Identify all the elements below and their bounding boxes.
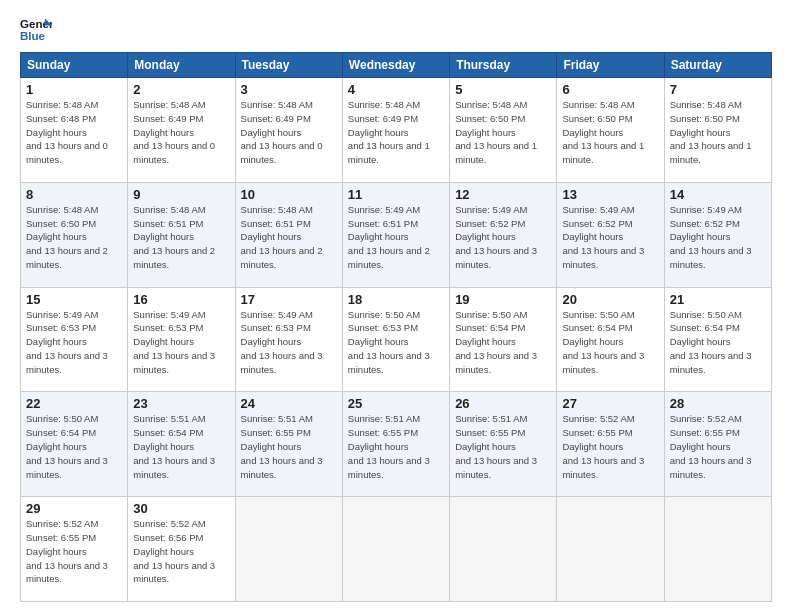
day-detail: Sunrise: 5:48 AMSunset: 6:49 PMDaylight …	[241, 99, 323, 165]
day-detail: Sunrise: 5:48 AMSunset: 6:49 PMDaylight …	[133, 99, 215, 165]
day-number: 18	[348, 292, 444, 307]
calendar-week-3: 15 Sunrise: 5:49 AMSunset: 6:53 PMDaylig…	[21, 287, 772, 392]
day-number: 20	[562, 292, 658, 307]
day-detail: Sunrise: 5:51 AMSunset: 6:54 PMDaylight …	[133, 413, 215, 479]
calendar-week-5: 29 Sunrise: 5:52 AMSunset: 6:55 PMDaylig…	[21, 497, 772, 602]
day-detail: Sunrise: 5:49 AMSunset: 6:52 PMDaylight …	[670, 204, 752, 270]
calendar-week-4: 22 Sunrise: 5:50 AMSunset: 6:54 PMDaylig…	[21, 392, 772, 497]
header-sunday: Sunday	[21, 53, 128, 78]
calendar-cell	[235, 497, 342, 602]
calendar-cell: 13 Sunrise: 5:49 AMSunset: 6:52 PMDaylig…	[557, 182, 664, 287]
day-detail: Sunrise: 5:49 AMSunset: 6:53 PMDaylight …	[133, 309, 215, 375]
day-number: 24	[241, 396, 337, 411]
day-detail: Sunrise: 5:48 AMSunset: 6:50 PMDaylight …	[26, 204, 108, 270]
day-detail: Sunrise: 5:52 AMSunset: 6:55 PMDaylight …	[562, 413, 644, 479]
calendar-cell: 25 Sunrise: 5:51 AMSunset: 6:55 PMDaylig…	[342, 392, 449, 497]
calendar-cell: 14 Sunrise: 5:49 AMSunset: 6:52 PMDaylig…	[664, 182, 771, 287]
calendar-cell: 23 Sunrise: 5:51 AMSunset: 6:54 PMDaylig…	[128, 392, 235, 497]
day-number: 1	[26, 82, 122, 97]
day-number: 9	[133, 187, 229, 202]
day-detail: Sunrise: 5:50 AMSunset: 6:54 PMDaylight …	[455, 309, 537, 375]
calendar-cell: 3 Sunrise: 5:48 AMSunset: 6:49 PMDayligh…	[235, 78, 342, 183]
page-header: General Blue	[20, 16, 772, 44]
day-detail: Sunrise: 5:48 AMSunset: 6:50 PMDaylight …	[562, 99, 644, 165]
day-number: 4	[348, 82, 444, 97]
day-detail: Sunrise: 5:49 AMSunset: 6:53 PMDaylight …	[241, 309, 323, 375]
day-detail: Sunrise: 5:49 AMSunset: 6:52 PMDaylight …	[455, 204, 537, 270]
day-detail: Sunrise: 5:52 AMSunset: 6:55 PMDaylight …	[670, 413, 752, 479]
calendar-cell: 18 Sunrise: 5:50 AMSunset: 6:53 PMDaylig…	[342, 287, 449, 392]
day-number: 23	[133, 396, 229, 411]
calendar-cell: 30 Sunrise: 5:52 AMSunset: 6:56 PMDaylig…	[128, 497, 235, 602]
day-detail: Sunrise: 5:48 AMSunset: 6:49 PMDaylight …	[348, 99, 430, 165]
calendar-cell: 15 Sunrise: 5:49 AMSunset: 6:53 PMDaylig…	[21, 287, 128, 392]
logo-icon: General Blue	[20, 16, 52, 44]
day-number: 22	[26, 396, 122, 411]
day-detail: Sunrise: 5:50 AMSunset: 6:54 PMDaylight …	[26, 413, 108, 479]
day-detail: Sunrise: 5:51 AMSunset: 6:55 PMDaylight …	[455, 413, 537, 479]
calendar-cell: 10 Sunrise: 5:48 AMSunset: 6:51 PMDaylig…	[235, 182, 342, 287]
header-wednesday: Wednesday	[342, 53, 449, 78]
calendar-cell	[664, 497, 771, 602]
logo: General Blue	[20, 16, 52, 44]
day-number: 7	[670, 82, 766, 97]
day-number: 11	[348, 187, 444, 202]
day-number: 14	[670, 187, 766, 202]
header-tuesday: Tuesday	[235, 53, 342, 78]
day-number: 25	[348, 396, 444, 411]
header-friday: Friday	[557, 53, 664, 78]
calendar-cell: 4 Sunrise: 5:48 AMSunset: 6:49 PMDayligh…	[342, 78, 449, 183]
day-number: 30	[133, 501, 229, 516]
calendar-cell: 7 Sunrise: 5:48 AMSunset: 6:50 PMDayligh…	[664, 78, 771, 183]
header-saturday: Saturday	[664, 53, 771, 78]
calendar-cell: 27 Sunrise: 5:52 AMSunset: 6:55 PMDaylig…	[557, 392, 664, 497]
day-detail: Sunrise: 5:50 AMSunset: 6:54 PMDaylight …	[562, 309, 644, 375]
day-number: 10	[241, 187, 337, 202]
day-detail: Sunrise: 5:49 AMSunset: 6:51 PMDaylight …	[348, 204, 430, 270]
day-detail: Sunrise: 5:50 AMSunset: 6:54 PMDaylight …	[670, 309, 752, 375]
calendar-body: 1 Sunrise: 5:48 AMSunset: 6:48 PMDayligh…	[21, 78, 772, 602]
day-detail: Sunrise: 5:48 AMSunset: 6:51 PMDaylight …	[133, 204, 215, 270]
day-detail: Sunrise: 5:52 AMSunset: 6:56 PMDaylight …	[133, 518, 215, 584]
day-number: 3	[241, 82, 337, 97]
day-detail: Sunrise: 5:52 AMSunset: 6:55 PMDaylight …	[26, 518, 108, 584]
calendar-cell	[557, 497, 664, 602]
calendar-cell: 11 Sunrise: 5:49 AMSunset: 6:51 PMDaylig…	[342, 182, 449, 287]
day-detail: Sunrise: 5:48 AMSunset: 6:50 PMDaylight …	[455, 99, 537, 165]
day-detail: Sunrise: 5:49 AMSunset: 6:52 PMDaylight …	[562, 204, 644, 270]
day-detail: Sunrise: 5:48 AMSunset: 6:50 PMDaylight …	[670, 99, 752, 165]
day-number: 17	[241, 292, 337, 307]
day-number: 28	[670, 396, 766, 411]
day-number: 21	[670, 292, 766, 307]
calendar-cell: 20 Sunrise: 5:50 AMSunset: 6:54 PMDaylig…	[557, 287, 664, 392]
calendar-cell: 9 Sunrise: 5:48 AMSunset: 6:51 PMDayligh…	[128, 182, 235, 287]
day-number: 29	[26, 501, 122, 516]
calendar-cell: 24 Sunrise: 5:51 AMSunset: 6:55 PMDaylig…	[235, 392, 342, 497]
svg-text:Blue: Blue	[20, 30, 46, 42]
calendar-cell: 21 Sunrise: 5:50 AMSunset: 6:54 PMDaylig…	[664, 287, 771, 392]
day-number: 16	[133, 292, 229, 307]
day-number: 8	[26, 187, 122, 202]
day-detail: Sunrise: 5:49 AMSunset: 6:53 PMDaylight …	[26, 309, 108, 375]
calendar-table: SundayMondayTuesdayWednesdayThursdayFrid…	[20, 52, 772, 602]
day-detail: Sunrise: 5:51 AMSunset: 6:55 PMDaylight …	[241, 413, 323, 479]
calendar-cell: 16 Sunrise: 5:49 AMSunset: 6:53 PMDaylig…	[128, 287, 235, 392]
day-number: 2	[133, 82, 229, 97]
calendar-cell: 22 Sunrise: 5:50 AMSunset: 6:54 PMDaylig…	[21, 392, 128, 497]
day-number: 5	[455, 82, 551, 97]
calendar-cell: 8 Sunrise: 5:48 AMSunset: 6:50 PMDayligh…	[21, 182, 128, 287]
calendar-cell: 17 Sunrise: 5:49 AMSunset: 6:53 PMDaylig…	[235, 287, 342, 392]
calendar-header-row: SundayMondayTuesdayWednesdayThursdayFrid…	[21, 53, 772, 78]
calendar-cell: 28 Sunrise: 5:52 AMSunset: 6:55 PMDaylig…	[664, 392, 771, 497]
calendar-cell: 5 Sunrise: 5:48 AMSunset: 6:50 PMDayligh…	[450, 78, 557, 183]
calendar-week-2: 8 Sunrise: 5:48 AMSunset: 6:50 PMDayligh…	[21, 182, 772, 287]
day-number: 27	[562, 396, 658, 411]
calendar-cell: 19 Sunrise: 5:50 AMSunset: 6:54 PMDaylig…	[450, 287, 557, 392]
calendar-week-1: 1 Sunrise: 5:48 AMSunset: 6:48 PMDayligh…	[21, 78, 772, 183]
calendar-cell: 29 Sunrise: 5:52 AMSunset: 6:55 PMDaylig…	[21, 497, 128, 602]
header-thursday: Thursday	[450, 53, 557, 78]
day-number: 6	[562, 82, 658, 97]
day-detail: Sunrise: 5:51 AMSunset: 6:55 PMDaylight …	[348, 413, 430, 479]
day-number: 15	[26, 292, 122, 307]
day-number: 13	[562, 187, 658, 202]
